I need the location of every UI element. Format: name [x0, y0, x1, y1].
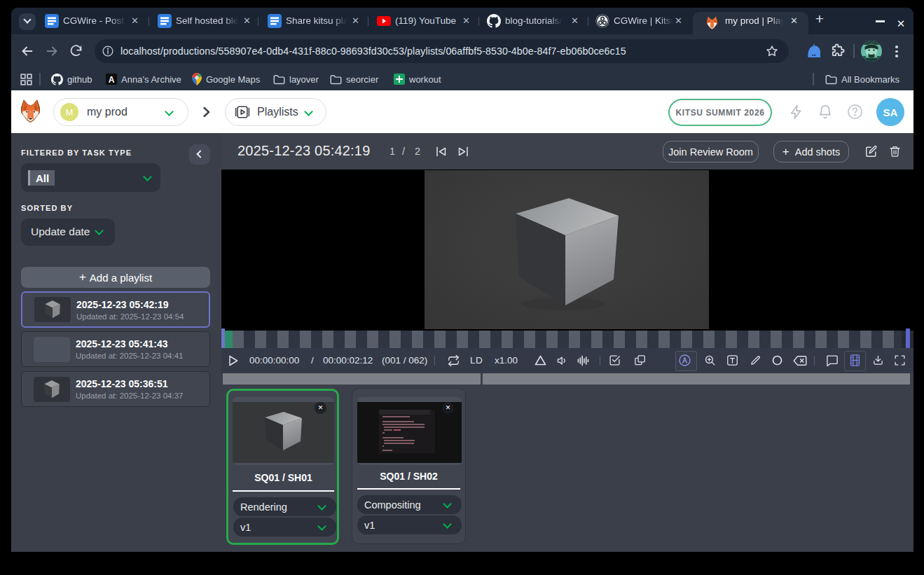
svg-text:A: A — [109, 75, 115, 85]
